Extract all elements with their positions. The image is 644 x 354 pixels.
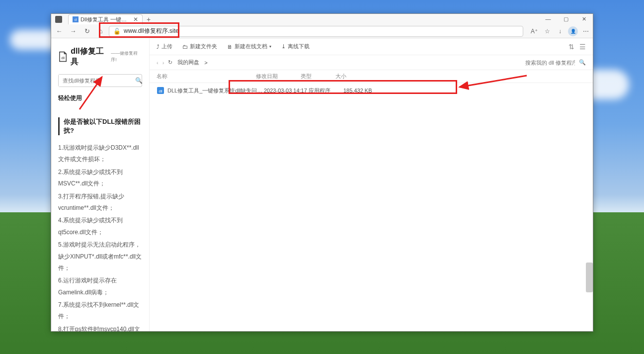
- path-forward-icon[interactable]: ›: [162, 60, 164, 66]
- site-info-icon[interactable]: 🔓: [113, 28, 121, 35]
- left-sidebar: dll dll修复工具 ——健修复程序! 🔍 轻松使用 你是否被以下DLL报错所…: [51, 38, 150, 331]
- toolbar-right-icons: A⁺ ☆ ↓ 👤 ⋯: [529, 26, 591, 36]
- refresh-button[interactable]: ↻: [81, 25, 93, 37]
- svg-text:d: d: [75, 17, 77, 22]
- panel-search-input[interactable]: [525, 60, 575, 66]
- more-icon[interactable]: ⋯: [581, 26, 591, 36]
- titlebar: d Dll修复工具 一键修复电脑丢失D... ✕ + — ▢ ✕: [51, 14, 593, 24]
- chevron-down-icon: ▾: [269, 44, 271, 49]
- file-date: 2023-03-03 14:17: [264, 88, 309, 93]
- scrollbar[interactable]: [586, 263, 593, 292]
- tab-favicon-icon: d: [73, 16, 79, 22]
- file-size: 185,432 KB: [343, 88, 383, 93]
- new-folder-button[interactable]: 🗀 新建文件夹: [182, 43, 217, 50]
- download-icon: ⤓: [281, 43, 286, 50]
- exe-file-icon: dll: [157, 87, 164, 94]
- app-icon: [55, 16, 62, 23]
- back-button[interactable]: ←: [53, 25, 65, 37]
- panel-toolbar: ⤴ 上传 🗀 新建文件夹 🗎 新建在线文档 ▾ ⤓ 离线下载 ⇅: [150, 38, 593, 55]
- faq-item: 3.打开程序报错,提示缺少vcruntime**.dll文件；: [58, 191, 142, 214]
- read-aloud-icon[interactable]: A⁺: [529, 26, 539, 36]
- address-bar[interactable]: 🔓 www.dll修复程序.site: [109, 26, 523, 37]
- search-input[interactable]: [59, 75, 135, 87]
- faq-item: 2.系统提示缺少或找不到MSVC**.dll文件；: [58, 167, 142, 190]
- minimize-button[interactable]: —: [539, 14, 557, 24]
- faq-item: 6.运行游戏时提示存在Gamelink.dll病毒；: [58, 275, 142, 298]
- sort-icon[interactable]: ⇅: [568, 43, 574, 51]
- window-controls: — ▢ ✕: [539, 14, 593, 24]
- faq-item: 7.系统提示找不到kernel**.dll文件；: [58, 299, 142, 323]
- home-button[interactable]: ⌂: [95, 25, 107, 37]
- sidebar-search: 🔍: [58, 74, 142, 87]
- browser-tab[interactable]: d Dll修复工具 一键修复电脑丢失D... ✕: [68, 14, 143, 24]
- faq-item: 5.游戏时提示无法启动此程序，缺少XINPUT*.dll或者mfc**.dll文…: [58, 239, 142, 274]
- search-icon[interactable]: 🔍: [135, 75, 143, 87]
- new-online-doc-button[interactable]: 🗎 新建在线文档 ▾: [227, 43, 271, 50]
- easy-use-heading: 轻松使用: [58, 94, 142, 102]
- logo-subtitle: ——健修复程序!: [111, 50, 142, 63]
- logo-icon: dll: [58, 51, 68, 63]
- path-back-icon[interactable]: ‹: [157, 60, 159, 66]
- new-online-doc-label: 新建在线文档: [235, 43, 267, 50]
- upload-button[interactable]: ⤴ 上传: [157, 43, 172, 50]
- url-text: www.dll修复程序.site: [124, 27, 179, 35]
- file-type: 应用程序: [309, 87, 343, 94]
- path-nav: ‹ › ↻: [157, 59, 172, 66]
- tab-close-icon[interactable]: ✕: [133, 16, 138, 23]
- faq-heading: 你是否被以下DLL报错所困扰?: [58, 117, 142, 135]
- col-type[interactable]: 类型: [301, 73, 335, 80]
- new-folder-label: 新建文件夹: [190, 43, 217, 50]
- col-name[interactable]: 名称: [157, 73, 256, 80]
- maximize-button[interactable]: ▢: [557, 14, 575, 24]
- col-size[interactable]: 大小: [335, 73, 375, 80]
- upload-label: 上传: [161, 43, 172, 50]
- new-tab-button[interactable]: +: [147, 15, 151, 23]
- doc-icon: 🗎: [227, 44, 233, 50]
- breadcrumb-location[interactable]: 我的网盘: [177, 59, 199, 66]
- faq-list: 1.玩游戏时提示缺少D3DX**.dll文件或文件损坏； 2.系统提示缺少或找不…: [58, 142, 142, 331]
- file-name: DLL修复工具_一键修复系统dll缺失问题...: [167, 87, 264, 94]
- breadcrumb-separator: >: [204, 60, 207, 66]
- browser-toolbar: ← → ↻ ⌂ 🔓 www.dll修复程序.site A⁺ ☆ ↓ 👤 ⋯: [51, 24, 593, 38]
- file-panel: ⤴ 上传 🗀 新建文件夹 🗎 新建在线文档 ▾ ⤓ 离线下载 ⇅: [150, 38, 593, 331]
- svg-text:dll: dll: [61, 56, 65, 60]
- col-date[interactable]: 修改日期: [256, 73, 301, 80]
- profile-icon[interactable]: 👤: [568, 26, 578, 36]
- page-content: dll dll修复工具 ——健修复程序! 🔍 轻松使用 你是否被以下DLL报错所…: [51, 38, 593, 331]
- breadcrumb-bar: ‹ › ↻ 我的网盘 > 🔍: [150, 55, 593, 70]
- list-view-icon[interactable]: ☰: [579, 43, 586, 51]
- svg-text:dll: dll: [159, 89, 162, 93]
- folder-plus-icon: 🗀: [182, 44, 188, 50]
- path-reload-icon[interactable]: ↻: [168, 59, 172, 66]
- faq-item: 1.玩游戏时提示缺少D3DX**.dll文件或文件损坏；: [58, 142, 142, 166]
- offline-download-label: 离线下载: [288, 43, 310, 50]
- offline-download-button[interactable]: ⤓ 离线下载: [281, 43, 310, 50]
- downloads-icon[interactable]: ↓: [555, 26, 565, 36]
- file-row[interactable]: dll DLL修复工具_一键修复系统dll缺失问题... 2023-03-03 …: [150, 83, 593, 98]
- close-button[interactable]: ✕: [575, 14, 593, 24]
- forward-button[interactable]: →: [67, 25, 79, 37]
- browser-window: d Dll修复工具 一键修复电脑丢失D... ✕ + — ▢ ✕ ← → ↻ ⌂…: [51, 13, 593, 332]
- logo: dll dll修复工具 ——健修复程序!: [58, 46, 142, 67]
- search-icon[interactable]: 🔍: [579, 59, 586, 66]
- view-switcher: ⇅ ☰: [568, 43, 586, 51]
- logo-text: dll修复工具: [71, 46, 110, 67]
- tab-title: Dll修复工具 一键修复电脑丢失D...: [80, 16, 130, 23]
- favorites-icon[interactable]: ☆: [542, 26, 552, 36]
- file-list-header: 名称 修改日期 类型 大小: [150, 70, 593, 83]
- faq-item: 8.打开ps软件时msvcp140.dll文件丢失无法启动；: [58, 324, 142, 331]
- upload-icon: ⤴: [157, 44, 160, 50]
- faq-item: 4.系统提示缺少或找不到qt5core.dll文件；: [58, 215, 142, 238]
- panel-search: 🔍: [525, 59, 586, 66]
